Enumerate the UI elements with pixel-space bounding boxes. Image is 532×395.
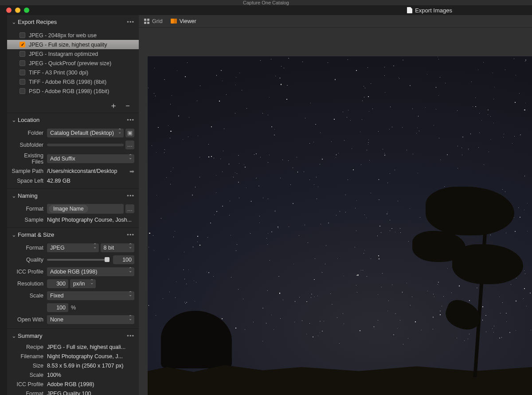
format-label: Format bbox=[12, 245, 47, 251]
naming-sample-value: Night Photography Course, Josh... bbox=[47, 217, 134, 223]
space-left-label: Space Left bbox=[12, 178, 47, 184]
resolution-label: Resolution bbox=[12, 281, 47, 287]
panel-naming: ⌄ Naming ••• Format Image Name … Sample … bbox=[7, 189, 139, 228]
format-select[interactable]: JPEG bbox=[47, 243, 99, 252]
recipe-label: TIFF - Adobe RGB (1998) (8bit) bbox=[29, 79, 106, 85]
subfolder-label: Subfolder bbox=[12, 142, 47, 148]
icc-select[interactable]: Adobe RGB (1998) bbox=[47, 267, 134, 276]
chevron-down-icon[interactable]: ⌄ bbox=[12, 332, 16, 339]
folder-label: Folder bbox=[12, 130, 47, 136]
summary-filename-label: Filename bbox=[12, 353, 47, 360]
existing-files-select[interactable]: Add Suffix bbox=[47, 154, 134, 163]
recipe-item[interactable]: TIFF - A3 Print (300 dpi) bbox=[7, 68, 139, 77]
recipe-label: JPEG - Full size, highest quality bbox=[29, 42, 107, 48]
sample-path-value: /Users/nickconstant/Desktop bbox=[47, 168, 129, 174]
recipe-item[interactable]: PSD - Adobe RGB (1998) (16bit) bbox=[7, 86, 139, 96]
scale-value-input[interactable]: 100 bbox=[47, 303, 68, 312]
openwith-label: Open With bbox=[12, 317, 47, 323]
summary-scale-label: Scale bbox=[12, 372, 47, 378]
chevron-down-icon[interactable]: ⌄ bbox=[12, 117, 16, 123]
recipe-checkbox[interactable] bbox=[20, 42, 25, 47]
recipe-item[interactable]: JPEG - 2048px for web use bbox=[7, 31, 139, 40]
panel-menu-button[interactable]: ••• bbox=[127, 231, 134, 238]
recipe-item[interactable]: JPEG - QuickProof (preview size) bbox=[7, 59, 139, 68]
panel-menu-button[interactable]: ••• bbox=[127, 117, 134, 123]
naming-format-input[interactable]: Image Name bbox=[47, 204, 124, 214]
panel-location: ⌄ Location ••• Folder Catalog Default (D… bbox=[7, 113, 139, 189]
remove-recipe-button[interactable]: － bbox=[124, 100, 132, 111]
scale-unit: % bbox=[68, 305, 76, 311]
naming-sample-label: Sample bbox=[12, 217, 47, 223]
chevron-down-icon[interactable]: ⌄ bbox=[12, 19, 16, 25]
recipe-checkbox[interactable] bbox=[20, 60, 25, 66]
viewer-mode-button[interactable]: Viewer bbox=[171, 18, 196, 24]
quality-slider[interactable] bbox=[47, 259, 110, 261]
panel-summary: ⌄ Summary ••• RecipeJPEG - Full size, hi… bbox=[7, 329, 139, 395]
resolution-unit-select[interactable]: px/in bbox=[70, 279, 96, 288]
recipe-checkbox[interactable] bbox=[20, 79, 25, 85]
viewer-label: Viewer bbox=[180, 18, 196, 24]
recipe-label: PSD - Adobe RGB (1998) (16bit) bbox=[29, 88, 109, 94]
naming-token[interactable]: Image Name bbox=[49, 205, 88, 213]
chevron-down-icon[interactable]: ⌄ bbox=[12, 192, 16, 199]
resolution-input[interactable]: 300 bbox=[47, 279, 68, 288]
folder-select[interactable]: Catalog Default (Desktop) bbox=[47, 129, 124, 137]
sidebar: ⌄ Export Recipes ••• JPEG - 2048px for w… bbox=[7, 15, 139, 395]
summary-recipe-value: JPEG - Full size, highest quali... bbox=[47, 344, 134, 350]
quality-input[interactable]: 100 bbox=[113, 255, 134, 264]
recipe-item[interactable]: JPEG - Instagram optimized bbox=[7, 49, 139, 59]
panel-title: Summary bbox=[18, 332, 127, 339]
panel-title: Location bbox=[18, 117, 127, 123]
summary-icc-label: ICC Profile bbox=[12, 381, 47, 387]
reveal-path-icon[interactable]: ➡ bbox=[129, 168, 134, 175]
scale-mode-select[interactable]: Fixed bbox=[47, 291, 134, 300]
catalog-title: Capture One Catalog bbox=[243, 0, 289, 5]
panel-title: Naming bbox=[18, 192, 127, 199]
recipe-item[interactable]: JPEG - Full size, highest quality bbox=[7, 40, 139, 49]
grid-label: Grid bbox=[152, 18, 163, 24]
naming-token-button[interactable]: … bbox=[125, 204, 134, 213]
close-window-button[interactable] bbox=[6, 8, 12, 13]
recipe-item[interactable]: TIFF - Adobe RGB (1998) (8bit) bbox=[7, 77, 139, 86]
naming-format-label: Format bbox=[12, 206, 47, 212]
viewer-toolbar: Grid Viewer bbox=[139, 15, 532, 27]
icc-label: ICC Profile bbox=[12, 269, 47, 275]
browse-folder-button[interactable]: ▣ bbox=[125, 129, 134, 137]
summary-format-label: Format bbox=[12, 391, 47, 395]
recipe-checkbox[interactable] bbox=[20, 32, 25, 38]
subfolder-input[interactable] bbox=[47, 144, 124, 146]
panel-format-size: ⌄ Format & Size ••• Format JPEG 8 bit Qu… bbox=[7, 228, 139, 329]
add-recipe-button[interactable]: ＋ bbox=[110, 100, 117, 111]
recipe-checkbox[interactable] bbox=[20, 88, 25, 94]
quality-label: Quality bbox=[12, 257, 47, 263]
panel-menu-button[interactable]: ••• bbox=[127, 192, 134, 199]
sample-path-label: Sample Path bbox=[12, 168, 47, 174]
recipe-label: JPEG - QuickProof (preview size) bbox=[29, 60, 111, 66]
viewer-canvas[interactable] bbox=[139, 27, 532, 395]
summary-scale-value: 100% bbox=[47, 372, 134, 378]
recipe-checkbox[interactable] bbox=[20, 70, 25, 75]
summary-filename-value: Night Photography Course, J... bbox=[47, 353, 134, 360]
recipe-list: JPEG - 2048px for web useJPEG - Full siz… bbox=[7, 29, 139, 98]
window-chrome: Export Images bbox=[0, 5, 532, 15]
fullscreen-window-button[interactable] bbox=[24, 8, 29, 13]
subfolder-token-button[interactable]: … bbox=[125, 141, 134, 149]
viewer-icon bbox=[171, 19, 177, 23]
panel-export-recipes: ⌄ Export Recipes ••• JPEG - 2048px for w… bbox=[7, 15, 139, 113]
grid-icon bbox=[144, 19, 149, 24]
openwith-select[interactable]: None bbox=[47, 315, 134, 324]
bitdepth-select[interactable]: 8 bit bbox=[101, 243, 134, 252]
panel-menu-button[interactable]: ••• bbox=[127, 332, 134, 339]
space-left-value: 42.89 GB bbox=[47, 178, 134, 184]
chevron-down-icon[interactable]: ⌄ bbox=[12, 231, 16, 238]
recipe-checkbox[interactable] bbox=[20, 51, 25, 57]
grid-mode-button[interactable]: Grid bbox=[144, 18, 163, 24]
scale-label: Scale bbox=[12, 293, 47, 299]
document-icon bbox=[407, 7, 412, 13]
recipe-label: TIFF - A3 Print (300 dpi) bbox=[29, 70, 88, 76]
summary-format-value: JPEG Quality 100 bbox=[47, 391, 134, 395]
minimize-window-button[interactable] bbox=[15, 8, 20, 13]
summary-recipe-label: Recipe bbox=[12, 344, 47, 350]
preview-image bbox=[148, 56, 532, 395]
panel-menu-button[interactable]: ••• bbox=[127, 19, 134, 25]
